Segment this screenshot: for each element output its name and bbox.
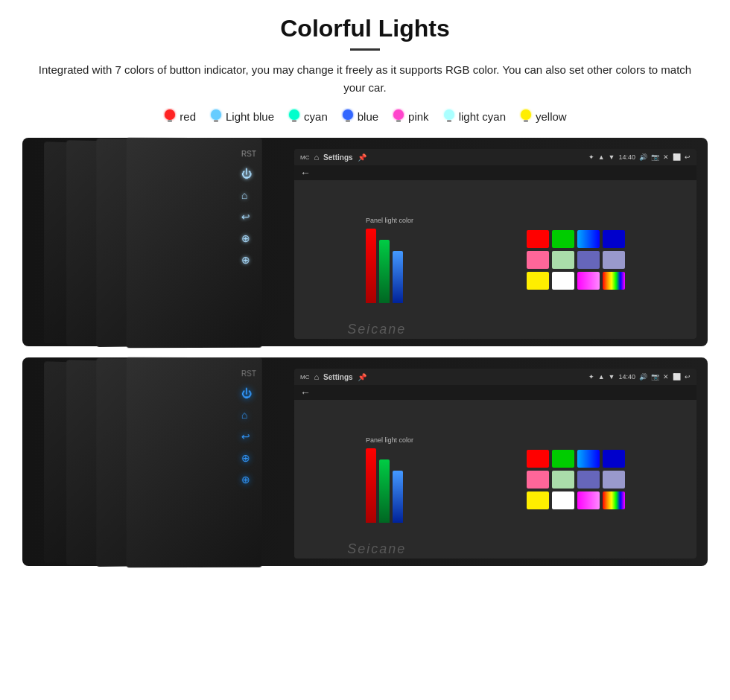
home-icon-2: ⌂ — [314, 372, 319, 381]
divider — [350, 48, 380, 51]
bulb-icon-Light-blue — [209, 107, 223, 126]
pin-icon-2: 📌 — [358, 373, 366, 381]
close-icon: ✕ — [663, 153, 669, 161]
mic-label: MC — [300, 154, 309, 161]
device-display-2: RST ⏻ ⌂ ↩ ⊕ ⊕ RST ⏻ ⌂ ↩ ⊕ ⊕ — [22, 357, 708, 566]
back-nav-icon-2: ↩ — [685, 373, 691, 381]
camera-icon-2: 📷 — [651, 373, 659, 381]
svg-rect-1 — [168, 120, 172, 122]
color-name-Light-blue: Light blue — [226, 110, 274, 123]
signal-icon-2: ▼ — [609, 373, 615, 381]
svg-rect-11 — [447, 120, 451, 122]
svg-point-2 — [211, 109, 221, 120]
wifi-icon: ▲ — [598, 153, 605, 161]
window-icon-2: ⬜ — [673, 373, 681, 381]
color-name-red: red — [180, 110, 196, 123]
bulb-icon-cyan — [288, 107, 301, 126]
close-icon-2: ✕ — [663, 373, 669, 381]
time-display: 14:40 — [618, 153, 635, 161]
watermark-2: Seicane — [347, 541, 406, 557]
bluetooth-icon: ✦ — [588, 153, 594, 161]
panel-light-label-2: Panel light color — [366, 436, 413, 444]
displays-area: RST ⏻ ⌂ ↩ ⊕ ⊕ RST ⏻ ⌂ ↩ ⊕ ⊕ — [30, 138, 700, 566]
color-label-Light-blue: Light blue — [209, 107, 274, 126]
bulb-icon-blue — [341, 107, 355, 126]
svg-rect-13 — [524, 120, 528, 122]
color-labels: redLight bluecyanbluepinklight cyanyello… — [163, 107, 566, 126]
settings-title: Settings — [323, 153, 352, 162]
device-display-1: RST ⏻ ⌂ ↩ ⊕ ⊕ RST ⏻ ⌂ ↩ ⊕ ⊕ — [22, 138, 708, 346]
color-name-cyan: cyan — [304, 110, 328, 123]
bulb-icon-pink — [392, 107, 405, 126]
svg-rect-3 — [214, 120, 218, 122]
color-label-red: red — [163, 107, 196, 126]
svg-rect-9 — [396, 120, 401, 122]
back-arrow[interactable]: ← — [300, 167, 311, 179]
svg-point-4 — [289, 109, 299, 120]
panel-light-label: Panel light color — [366, 217, 413, 224]
color-name-pink: pink — [408, 110, 429, 123]
color-name-blue: blue — [358, 110, 378, 123]
signal-icon: ▼ — [609, 153, 615, 161]
svg-point-12 — [521, 109, 531, 120]
svg-point-8 — [393, 109, 404, 120]
page-title: Colorful Lights — [280, 15, 450, 42]
description: Integrated with 7 colors of button indic… — [30, 61, 700, 97]
home-icon: ⌂ — [314, 153, 319, 162]
svg-point-0 — [165, 109, 175, 120]
pin-icon: 📌 — [358, 153, 366, 162]
wifi-icon-2: ▲ — [598, 373, 605, 381]
bulb-icon-red — [163, 107, 177, 126]
color-label-pink: pink — [392, 107, 429, 126]
svg-point-10 — [444, 109, 454, 120]
svg-rect-7 — [346, 120, 350, 122]
color-name-yellow: yellow — [536, 110, 567, 123]
color-label-blue: blue — [341, 107, 378, 126]
back-arrow-2[interactable]: ← — [300, 386, 311, 398]
bluetooth-icon-2: ✦ — [588, 373, 594, 381]
camera-icon: 📷 — [651, 153, 659, 161]
bulb-icon-yellow — [519, 107, 533, 126]
color-label-light-cyan: light cyan — [442, 107, 506, 126]
watermark-1: Seicane — [347, 322, 406, 337]
window-icon: ⬜ — [673, 153, 681, 161]
mic-label-2: MC — [300, 374, 309, 381]
volume-icon: 🔊 — [639, 153, 647, 161]
bulb-icon-light-cyan — [442, 107, 456, 126]
color-label-yellow: yellow — [519, 107, 567, 126]
page: Colorful Lights Integrated with 7 colors… — [0, 0, 730, 700]
settings-title-2: Settings — [323, 373, 352, 381]
color-label-cyan: cyan — [288, 107, 328, 126]
volume-icon-2: 🔊 — [639, 373, 647, 381]
svg-rect-5 — [292, 120, 296, 122]
color-name-light-cyan: light cyan — [459, 110, 506, 123]
back-nav-icon: ↩ — [685, 153, 691, 161]
time-display-2: 14:40 — [618, 373, 635, 381]
svg-point-6 — [343, 109, 353, 120]
